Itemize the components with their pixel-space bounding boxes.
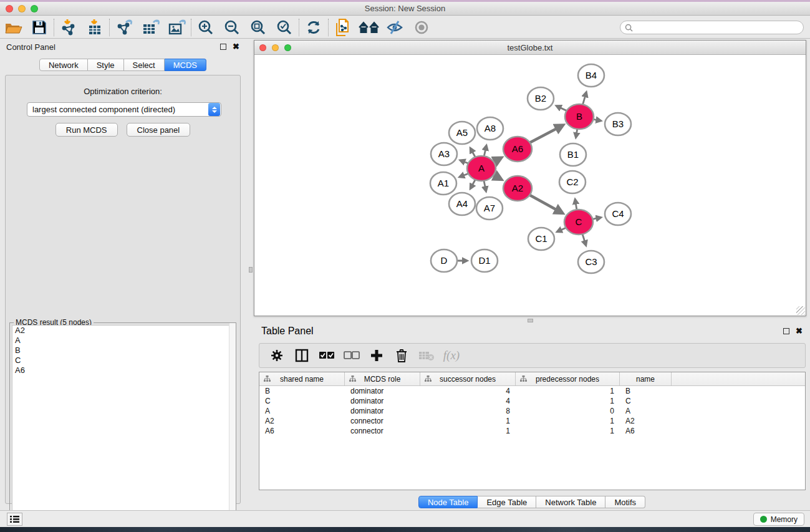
main-titlebar: Session: New Session	[0, 2, 810, 16]
graph-node-B1[interactable]: B1	[560, 143, 586, 166]
window-resize-grip[interactable]	[796, 306, 805, 315]
column-header-successor-nodes[interactable]: successor nodes	[420, 372, 516, 385]
graph-node-A7[interactable]: A7	[476, 197, 503, 220]
task-history-button[interactable]	[7, 513, 22, 526]
splitter-grip[interactable]	[249, 267, 253, 273]
select-all-button[interactable]	[316, 346, 338, 365]
graph-node-D[interactable]: D	[431, 249, 457, 272]
table-row[interactable]: Adominator80A	[259, 406, 805, 416]
close-panel-button[interactable]: Close panel	[127, 123, 191, 137]
export-table-button[interactable]	[137, 17, 163, 37]
mcds-result-group: MCDS result (5 nodes) A2ABCA6	[9, 322, 236, 532]
table-cell: 1	[420, 427, 516, 435]
open-session-button[interactable]	[0, 17, 26, 37]
graph-node-A3[interactable]: A3	[431, 143, 457, 165]
function-builder-button[interactable]: f(x)	[440, 346, 463, 365]
export-image-button[interactable]	[163, 17, 190, 37]
deselect-all-button[interactable]	[340, 346, 363, 365]
toolbar-separator	[191, 19, 191, 36]
export-network-button[interactable]	[111, 17, 137, 37]
show-columns-button[interactable]	[291, 346, 313, 365]
tab-node-table[interactable]: Node Table	[418, 496, 478, 508]
column-header-shared-name[interactable]: shared name	[259, 372, 345, 385]
dropdown-stepper-icon	[208, 103, 220, 116]
graph-node-A[interactable]: A	[467, 156, 496, 181]
graph-node-A1[interactable]: A1	[430, 172, 456, 195]
zoom-selected-button[interactable]	[271, 17, 297, 37]
column-header-name[interactable]: name	[620, 372, 672, 385]
table-header-row: shared nameMCDS rolesuccessor nodesprede…	[259, 372, 805, 386]
graph-node-label: C3	[585, 256, 597, 267]
graph-node-A6[interactable]: A6	[503, 137, 532, 162]
graph-node-A5[interactable]: A5	[449, 122, 475, 144]
refresh-button[interactable]	[301, 17, 327, 37]
graph-node-C[interactable]: C	[564, 210, 593, 235]
graph-node-A4[interactable]: A4	[449, 193, 475, 215]
float-table-panel-icon[interactable]	[783, 328, 789, 334]
graph-node-C2[interactable]: C2	[559, 171, 586, 193]
search-input[interactable]	[635, 23, 803, 32]
export-network-icon	[115, 19, 133, 36]
result-list-item[interactable]: B	[12, 346, 233, 355]
show-panel-button[interactable]	[408, 17, 435, 37]
zoom-fit-button[interactable]	[245, 17, 271, 37]
result-list-item[interactable]: A6	[12, 365, 233, 375]
graph-node-C1[interactable]: C1	[528, 228, 554, 250]
zoom-out-button[interactable]	[219, 17, 245, 37]
tab-select[interactable]: Select	[124, 59, 165, 71]
network-canvas[interactable]: B4B2BB3A5A8A6B1A3AC2A1A2A4A7C4CC1C3DD1	[254, 55, 806, 316]
result-list-scrollbar[interactable]	[229, 323, 236, 532]
mcds-result-list[interactable]: A2ABCA6	[12, 325, 234, 531]
table-row[interactable]: A6connector11A6	[259, 426, 805, 436]
splitter-grip[interactable]	[528, 319, 533, 322]
tab-network-table[interactable]: Network Table	[536, 496, 605, 508]
graph-node-B[interactable]: B	[565, 104, 594, 129]
table-row[interactable]: Bdominator41B	[259, 386, 805, 396]
optimization-criterion-label: Optimization criterion:	[6, 87, 240, 96]
hide-panels-button[interactable]	[382, 17, 408, 37]
save-session-button[interactable]	[26, 17, 52, 37]
graph-node-D1[interactable]: D1	[471, 249, 498, 272]
optimization-criterion-dropdown[interactable]: largest connected component (directed)	[27, 102, 221, 117]
graph-node-B4[interactable]: B4	[578, 64, 604, 87]
graph-node-B3[interactable]: B3	[605, 113, 631, 135]
tab-network[interactable]: Network	[39, 59, 88, 71]
memory-button[interactable]: Memory	[753, 513, 804, 526]
tab-style[interactable]: Style	[88, 59, 124, 71]
network-graph[interactable]: B4B2BB3A5A8A6B1A3AC2A1A2A4A7C4CC1C3DD1	[254, 55, 806, 316]
graph-node-C3[interactable]: C3	[578, 251, 604, 273]
control-panel-title: Control Panel	[6, 42, 55, 52]
tab-edge-table[interactable]: Edge Table	[478, 496, 536, 508]
delete-column-button[interactable]	[390, 346, 413, 365]
result-list-item[interactable]: C	[12, 355, 233, 365]
result-list-item[interactable]: A2	[12, 326, 233, 336]
float-panel-icon[interactable]	[220, 44, 226, 50]
graph-node-C4[interactable]: C4	[605, 203, 631, 225]
new-network-from-selection-button[interactable]	[330, 17, 356, 37]
graph-node-A2[interactable]: A2	[503, 176, 532, 201]
graph-node-label: B	[576, 111, 582, 122]
close-panel-icon[interactable]: ✖	[233, 44, 239, 50]
column-type-icon	[520, 375, 527, 382]
graph-node-B2[interactable]: B2	[528, 87, 554, 110]
column-header-MCDS-role[interactable]: MCDS role	[345, 372, 420, 385]
graph-node-A8[interactable]: A8	[477, 117, 503, 140]
tab-mcds[interactable]: MCDS	[165, 59, 206, 71]
table-row[interactable]: A2connector11A2	[259, 416, 805, 426]
import-table-button[interactable]	[82, 17, 108, 37]
node-table[interactable]: shared nameMCDS rolesuccessor nodesprede…	[259, 372, 806, 490]
tab-motifs[interactable]: Motifs	[605, 496, 645, 508]
close-table-panel-icon[interactable]: ✖	[796, 328, 803, 334]
import-network-button[interactable]	[55, 17, 82, 37]
table-settings-button[interactable]	[266, 346, 288, 365]
delete-table-button[interactable]	[415, 346, 438, 365]
houses-button[interactable]	[356, 17, 382, 37]
run-mcds-button[interactable]: Run MCDS	[55, 123, 118, 137]
add-column-button[interactable]	[365, 346, 388, 365]
column-header-predecessor-nodes[interactable]: predecessor nodes	[516, 372, 620, 385]
zoom-in-button[interactable]	[193, 17, 219, 37]
graph-node-label: C2	[566, 177, 578, 187]
search-box[interactable]	[620, 21, 804, 34]
table-row[interactable]: Cdominator41C	[259, 396, 805, 406]
result-list-item[interactable]: A	[12, 336, 233, 346]
